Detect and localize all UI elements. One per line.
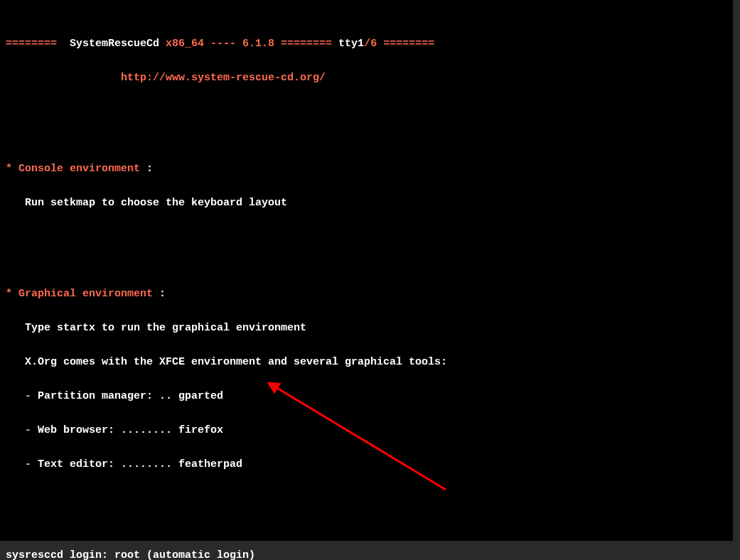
graphical-env-header: * Graphical environment : [6,289,727,300]
tool-label: Partition manager: .. [38,390,178,402]
blank-line [6,505,727,516]
tool-name: featherpad [178,458,242,470]
run-pre: Run [6,197,50,209]
banner-line-1: ======== SystemRescueCd x86_64 ---- 6.1.… [6,38,727,50]
banner-product: SystemRescueCd [70,38,159,50]
graphical-env-title: Graphical environment [12,288,159,300]
blank-line [6,243,727,254]
colon: : [146,163,153,175]
banner-dash: ---- [210,38,236,50]
banner-rule: ======== [6,38,70,50]
colon: : [159,288,166,300]
tool-label: Web browser: ........ [38,424,178,436]
tool-name: firefox [178,424,223,436]
dash: - [6,390,38,402]
banner-rule3: ======== [383,38,434,50]
login-line: sysresccd login: root (automatic login) [6,550,727,560]
run-post: to choose the keyboard layout [95,197,287,209]
banner-tty: tty1 [332,38,364,50]
banner-rule2: ======== [281,38,332,50]
banner-version: 6.1.8 [236,38,281,50]
banner-url: http://www.system-rescue-cd.org/ [6,72,727,84]
cmd-startx: startx [57,322,95,334]
type-post: to run the graphical environment [95,322,306,334]
type-pre: Type [6,322,57,334]
dash: - [6,424,38,436]
graphical-env-xorg: X.Org comes with the XFCE environment an… [6,357,727,368]
console-env-header: * Console environment : [6,163,727,175]
blank-line [6,118,727,129]
console-env-title: Console environment [12,163,146,175]
graphical-env-startx: Type startx to run the graphical environ… [6,323,727,334]
cmd-setkmap: setkmap [50,197,95,209]
bullet-star: * [6,288,12,300]
console-env-setkmap: Run setkmap to choose the keyboard layou… [6,198,727,209]
bullet-star: * [6,163,12,175]
tool-partition-manager: - Partition manager: .. gparted [6,391,727,402]
tool-label: Text editor: ........ [38,458,178,470]
tool-name: gparted [178,390,223,402]
terminal-window[interactable]: ======== SystemRescueCd x86_64 ---- 6.1.… [0,0,733,541]
tool-web-browser: - Web browser: ........ firefox [6,425,727,436]
banner-arch: x86_64 [159,38,210,50]
banner-ttytotal: /6 [364,38,383,50]
tool-text-editor: - Text editor: ........ featherpad [6,459,727,470]
dash: - [6,458,38,470]
